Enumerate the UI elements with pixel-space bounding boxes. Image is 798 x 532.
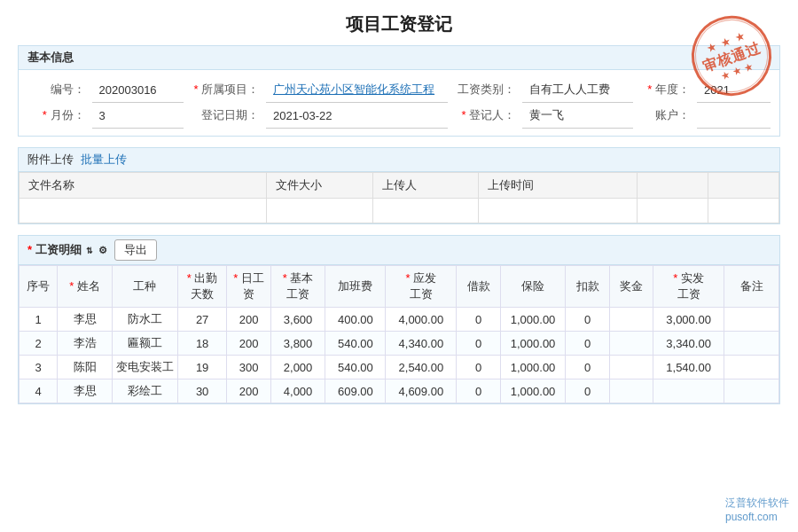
reg-date-value: 2021-03-22 xyxy=(266,103,448,129)
cell-r4-c5: 200 xyxy=(227,379,270,403)
cell-r4-c2: 李思 xyxy=(58,379,113,403)
salary-row-1: 1李思防水工272003,600400.004,000.0001,000.000… xyxy=(20,308,779,332)
cell-r1-c9: 0 xyxy=(457,308,500,332)
cell-r4-c6: 4,000 xyxy=(270,379,325,403)
cell-r2-c2: 李浩 xyxy=(58,332,113,356)
cell-r1-c5: 200 xyxy=(227,308,270,332)
watermark: 泛普软件软件 pusoft.com xyxy=(725,496,789,523)
cell-r2-c5: 200 xyxy=(227,332,270,356)
cell-r3-c12 xyxy=(609,356,653,379)
salary-row-3: 3陈阳变电安装工193002,000540.002,540.0001,000.0… xyxy=(20,356,779,379)
basic-info-header: 基本信息 xyxy=(18,45,780,70)
cell-r4-c7: 609.00 xyxy=(325,379,386,403)
cell-r2-c11: 0 xyxy=(566,332,609,356)
cell-r1-c13: 3,000.00 xyxy=(653,308,724,332)
settings-icon[interactable]: ⚙ xyxy=(98,245,107,256)
cell-r2-c7: 540.00 xyxy=(325,332,386,356)
salary-header: * 工资明细 ⇅ ⚙ 导出 xyxy=(19,236,779,265)
cell-r1-c4: 27 xyxy=(177,308,227,332)
wage-type-label: 工资类别： xyxy=(448,77,522,103)
cell-r3-c14 xyxy=(724,356,779,379)
cell-r2-c10: 1,000.00 xyxy=(500,332,566,356)
cell-r3-c1: 3 xyxy=(20,356,58,379)
cell-r4-c11: 0 xyxy=(566,379,609,403)
attachment-title: 附件上传 xyxy=(27,152,74,168)
cell-r2-c8: 4,340.00 xyxy=(386,332,457,356)
col-should-pay: * 应发工资 xyxy=(386,266,457,308)
watermark-domain: pusoft.com xyxy=(725,511,778,523)
account-label: 账户： xyxy=(633,103,698,129)
cell-r4-c4: 30 xyxy=(177,379,227,403)
bh-value: 202003016 xyxy=(92,77,184,103)
cell-r1-c7: 400.00 xyxy=(325,308,386,332)
cell-r2-c6: 3,800 xyxy=(270,332,325,356)
attach-col-uploader: 上传人 xyxy=(372,173,479,199)
sort-icon[interactable]: ⇅ xyxy=(86,246,93,255)
cell-r1-c1: 1 xyxy=(20,308,58,332)
registrar-value: 黄一飞 xyxy=(522,103,632,129)
col-seq: 序号 xyxy=(20,266,58,308)
cell-r2-c9: 0 xyxy=(457,332,500,356)
cell-r3-c7: 540.00 xyxy=(325,356,386,379)
cell-r3-c10: 1,000.00 xyxy=(500,356,566,379)
account-value xyxy=(697,103,771,129)
cell-r4-c14 xyxy=(724,379,779,403)
cell-r3-c8: 2,540.00 xyxy=(386,356,457,379)
cell-r4-c3: 彩绘工 xyxy=(112,379,177,403)
page-title: 项目工资登记 xyxy=(18,0,780,45)
col-base: * 基本工资 xyxy=(270,266,325,308)
attachment-section: 附件上传 批量上传 文件名称 文件大小 上传人 上传时间 xyxy=(18,147,780,224)
salary-row-2: 2李浩匾额工182003,800540.004,340.0001,000.000… xyxy=(20,332,779,356)
cell-r1-c14 xyxy=(724,308,779,332)
cell-r3-c5: 300 xyxy=(227,356,270,379)
attach-col-time: 上传时间 xyxy=(479,173,638,199)
export-button[interactable]: 导出 xyxy=(114,239,157,261)
cell-r2-c3: 匾额工 xyxy=(112,332,177,356)
col-bonus: 奖金 xyxy=(609,266,653,308)
month-label: * 月份： xyxy=(27,103,92,129)
col-type: 工种 xyxy=(112,266,177,308)
registrar-label: * 登记人： xyxy=(448,103,522,129)
col-name: * 姓名 xyxy=(58,266,113,308)
salary-row-4: 4李思彩绘工302004,000609.004,609.0001,000.000 xyxy=(20,379,779,403)
col-remark: 备注 xyxy=(724,266,779,308)
batch-upload-button[interactable]: 批量上传 xyxy=(81,152,127,168)
attach-empty-row xyxy=(20,199,779,223)
cell-r2-c1: 2 xyxy=(20,332,58,356)
cell-r1-c8: 4,000.00 xyxy=(386,308,457,332)
cell-r2-c12 xyxy=(609,332,653,356)
col-loan: 借款 xyxy=(457,266,500,308)
bh-label: 编号： xyxy=(27,77,92,103)
salary-table: 序号 * 姓名 工种 * 出勤天数 * 日工资 * 基本工资 加班费 * 应发工… xyxy=(19,265,779,403)
attachment-table: 文件名称 文件大小 上传人 上传时间 xyxy=(19,172,779,223)
cell-r1-c2: 李思 xyxy=(58,308,113,332)
cell-r3-c13: 1,540.00 xyxy=(653,356,724,379)
cell-r4-c13 xyxy=(653,379,724,403)
cell-r4-c8: 4,609.00 xyxy=(386,379,457,403)
cell-r3-c11: 0 xyxy=(566,356,609,379)
cell-r1-c12 xyxy=(609,308,653,332)
cell-r1-c10: 1,000.00 xyxy=(500,308,566,332)
cell-r2-c13: 3,340.00 xyxy=(653,332,724,356)
col-deduct: 扣款 xyxy=(566,266,609,308)
cell-r2-c4: 18 xyxy=(177,332,227,356)
cell-r1-c11: 0 xyxy=(566,308,609,332)
cell-r1-c6: 3,600 xyxy=(270,308,325,332)
cell-r3-c2: 陈阳 xyxy=(58,356,113,379)
cell-r4-c9: 0 xyxy=(457,379,500,403)
cell-r3-c3: 变电安装工 xyxy=(112,356,177,379)
project-value[interactable]: 广州天心苑小区智能化系统工程 xyxy=(266,77,448,103)
salary-title: * 工资明细 ⇅ ⚙ xyxy=(27,242,107,258)
month-value: 3 xyxy=(92,103,184,129)
attach-col-extra2 xyxy=(708,173,779,199)
attach-col-extra1 xyxy=(638,173,708,199)
watermark-brand: 泛普软件 xyxy=(725,497,768,509)
attach-col-size: 文件大小 xyxy=(266,173,372,199)
cell-r3-c4: 19 xyxy=(177,356,227,379)
approval-stamp: ★ ★ ★ 审核通过 ★ ★ ★ xyxy=(692,16,771,96)
col-overtime: 加班费 xyxy=(325,266,386,308)
col-insurance: 保险 xyxy=(500,266,566,308)
cell-r3-c6: 2,000 xyxy=(270,356,325,379)
col-days: * 出勤天数 xyxy=(177,266,227,308)
year-label: * 年度： xyxy=(633,77,698,103)
